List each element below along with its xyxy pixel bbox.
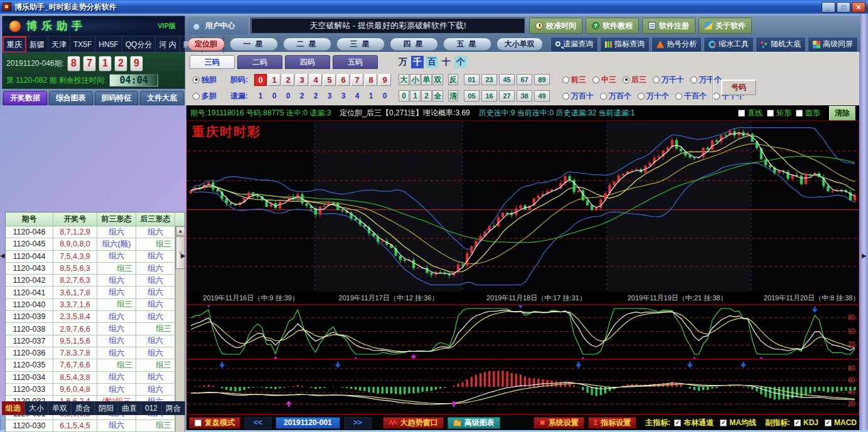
left-panel-tab[interactable]: 综合图表 [49, 91, 93, 105]
code-tab[interactable]: 四码 [285, 55, 330, 69]
table-row[interactable]: 1120-046 8,7,1,2,9 组六 组六 [6, 226, 185, 238]
attr-button[interactable]: 双 [432, 74, 443, 85]
indicator-toggle[interactable]: 布林通道 [674, 418, 714, 428]
top-button[interactable]: 软件教程 [586, 18, 639, 34]
danma-number-button[interactable]: 8 [365, 74, 377, 86]
table-row[interactable]: 1120-035 7,6,7,6,6 组三 组三 [6, 359, 185, 371]
group-tab[interactable]: 曲直 [118, 401, 141, 415]
pair-button[interactable]: 01 [464, 74, 480, 85]
table-row[interactable]: 1120-039 2,3,5,8,4 组六 组六 [6, 311, 185, 323]
system-settings-button[interactable]: ✖系统设置 [533, 417, 584, 429]
attr-button[interactable]: 1 [410, 90, 421, 102]
pair-button[interactable]: 67 [517, 74, 532, 85]
pair-button[interactable]: 38 [517, 90, 532, 102]
checkbox-checked-icon[interactable] [720, 419, 727, 426]
trend-window-button[interactable]: 大趋势窗口 [383, 417, 444, 429]
main-chart-panel[interactable]: 重庆时时彩 2019年11月16日（中:9 挂:39）2019年11月17日（中… [186, 120, 859, 305]
position-radio[interactable]: 万百十 [562, 91, 594, 102]
lottery-tab[interactable]: QQ分分 [122, 36, 156, 53]
clear-pick-button[interactable]: 清 [448, 90, 458, 102]
draw-tool-option[interactable]: 圆形 [796, 108, 820, 119]
close-button[interactable]: ✕ [852, 2, 865, 13]
checkbox-icon[interactable] [738, 110, 745, 117]
group-tab[interactable]: 阴阳 [95, 401, 118, 415]
position-item[interactable]: 个 [454, 56, 467, 68]
tool-button[interactable]: 指标查询 [600, 37, 650, 52]
position-item[interactable]: 千 [411, 56, 424, 68]
top-button[interactable]: 软件注册 [642, 18, 695, 34]
attr-button[interactable]: 2 [421, 90, 432, 102]
dingweidan-pill[interactable]: 定位胆 [188, 38, 225, 51]
group-tab[interactable]: 质合 [72, 401, 95, 415]
draw-tool-option[interactable]: 直线 [738, 108, 763, 119]
lottery-tab[interactable]: 重庆 [3, 36, 26, 53]
group-tab[interactable]: 012 [141, 401, 162, 415]
position-radio[interactable]: 千百个 [675, 91, 707, 102]
table-row[interactable]: 1120-037 9,5,1,5,6 组六 组六 [6, 335, 185, 347]
position-radio[interactable]: 万千个 [690, 75, 722, 85]
table-row[interactable]: 1120-042 8,2,7,6,3 组六 组六 [6, 275, 185, 287]
top-button[interactable]: 校准时间 [529, 18, 582, 34]
danma-number-button[interactable]: 4 [309, 74, 322, 86]
position-item[interactable]: 十 [440, 56, 453, 68]
left-panel-tab[interactable]: 文件大底 [140, 91, 184, 105]
maximize-button[interactable]: □ [837, 2, 850, 13]
attr-button[interactable]: 0 [399, 90, 409, 102]
next-issue-button[interactable]: >> [344, 417, 372, 429]
indicator-settings-button[interactable]: Σ指标设置 [588, 417, 637, 429]
group-tab[interactable]: 大小 [25, 401, 48, 415]
position-item[interactable]: 万 [397, 56, 409, 68]
left-panel-tab[interactable]: 开奖数据 [3, 91, 47, 105]
position-radio[interactable]: 万十个 [638, 91, 669, 102]
danma-number-button[interactable]: 9 [378, 74, 391, 86]
right-scroll-arrow-icon[interactable]: ▶ [862, 252, 867, 259]
star-pill[interactable]: 一 星 [230, 38, 278, 51]
danma-number-button[interactable]: 2 [282, 74, 294, 86]
checkbox-checked-icon[interactable] [794, 419, 801, 426]
position-item[interactable]: 百 [426, 56, 438, 68]
advanced-chart-button[interactable]: 高级图表 [447, 417, 500, 429]
tool-button[interactable]: 随机大底 [756, 37, 806, 52]
replay-mode-toggle[interactable]: 复盘模式 [189, 417, 240, 429]
table-row[interactable]: 1120-041 3,6,1,7,8 组六 组六 [6, 287, 185, 298]
code-tab[interactable]: 三码 [190, 55, 235, 69]
attr-button[interactable]: 大 [399, 74, 409, 85]
draw-tool-option[interactable]: 矩形 [767, 108, 791, 119]
danma-number-button[interactable]: 6 [337, 74, 350, 86]
table-row[interactable]: 1120-044 7,5,4,3,9 组六 组六 [6, 251, 185, 263]
attr-button[interactable]: 全 [432, 90, 443, 102]
group-tab[interactable]: 单双 [48, 401, 72, 415]
danma-number-button[interactable]: 7 [351, 74, 363, 86]
tool-button[interactable]: 热号分析 [651, 37, 702, 52]
haoma-button[interactable]: 号码 [721, 80, 756, 95]
duodan-radio[interactable] [193, 93, 200, 100]
code-tab[interactable]: 二码 [237, 55, 282, 69]
pair-button[interactable]: 16 [481, 90, 497, 102]
tool-button[interactable]: 高级同屏 [808, 37, 858, 52]
lottery-tab[interactable]: 河 内 [156, 36, 179, 53]
group-tab[interactable]: 两合 [162, 401, 185, 415]
danma-number-button[interactable]: 5 [323, 74, 336, 86]
position-radio[interactable]: 万千十 [653, 75, 684, 85]
indicator-toggle[interactable]: KDJ [794, 418, 818, 427]
star-pill[interactable]: 三 星 [336, 38, 385, 51]
table-row[interactable]: 1120-045 8,9,0,8,0 组六(顺) 组三 [6, 238, 185, 250]
left-panel-tab[interactable]: 胆码特征 [95, 91, 139, 105]
checkbox-icon[interactable] [796, 110, 803, 117]
indicator-toggle[interactable]: MACD [825, 418, 857, 427]
pair-button[interactable]: 89 [534, 74, 550, 85]
table-row[interactable]: 1120-034 8,5,4,3,8 组六 组六 [6, 372, 185, 384]
pair-button[interactable]: 45 [499, 74, 515, 85]
scroll-up-icon[interactable]: ▲ [176, 226, 185, 236]
lottery-tab[interactable]: TX5F [70, 36, 95, 53]
code-tab[interactable]: 五码 [333, 55, 378, 69]
attr-button[interactable]: 单 [421, 74, 432, 85]
position-radio[interactable]: 后三 [623, 75, 646, 85]
tool-button[interactable]: 缩水工具 [704, 37, 754, 52]
left-scroll-arrow-icon[interactable]: ◀ [0, 252, 5, 259]
panel-scroll-arrow-icon[interactable]: ▶ [181, 252, 186, 259]
user-center-button[interactable]: ☻ 用户中心 [188, 17, 248, 34]
lottery-tab[interactable]: 天津 [48, 36, 70, 53]
minimize-button[interactable]: _ [822, 2, 835, 13]
star-pill[interactable]: 四 星 [390, 38, 438, 51]
